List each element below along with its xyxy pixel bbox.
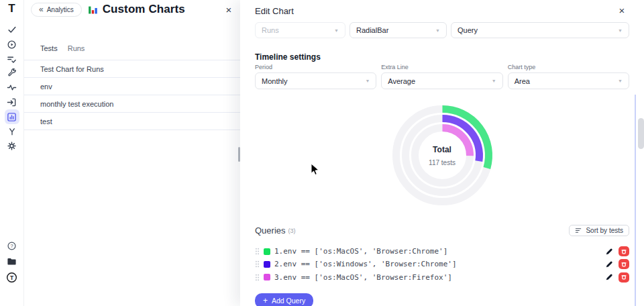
activity-icon[interactable] [5, 80, 19, 95]
chevron-down-icon: ▼ [612, 28, 623, 33]
run-circle-icon[interactable] [5, 37, 19, 52]
queries-heading: Queries [255, 225, 286, 236]
import-box-icon[interactable] [5, 95, 19, 109]
app-window: T ? [0, 0, 644, 306]
chevron-down-icon: ▼ [329, 28, 339, 33]
drag-handle-icon[interactable] [255, 260, 260, 268]
query-expression: 1.env == ['os:MacOS', 'Browser:Chrome'] [274, 247, 447, 256]
charts-panel-header: « Analytics Custom Charts × [24, 0, 240, 19]
panel-title: Custom Charts [87, 3, 185, 16]
chart-config-selects: Runs ▼ RadialBar ▼ Query ▼ [255, 22, 629, 38]
edit-query-icon[interactable] [604, 247, 614, 256]
icon-sidebar: T ? [0, 0, 24, 306]
timeline-settings-row: Period Monthly ▼ Extra Line Average ▼ Ch… [255, 64, 629, 89]
scrollbar-track[interactable] [635, 95, 636, 306]
panel-close-icon[interactable]: × [223, 3, 235, 15]
edit-chart-close-icon[interactable]: × [616, 4, 628, 16]
edit-chart-panel: Edit Chart × Runs ▼ RadialBar ▼ Query ▼ … [240, 0, 644, 306]
analytics-chart-icon[interactable] [5, 109, 19, 124]
tab-tests[interactable]: Tests [40, 44, 58, 52]
svg-text:?: ? [10, 243, 13, 249]
back-to-analytics-button[interactable]: « Analytics [31, 3, 82, 17]
back-chevron-icon: « [39, 5, 44, 13]
query-color-swatch [264, 248, 270, 255]
query-color-swatch [264, 261, 270, 268]
trash-icon [621, 261, 627, 268]
profile-avatar[interactable]: T [5, 270, 19, 285]
tab-runs[interactable]: Runs [68, 44, 85, 52]
extra-line-label: Extra Line [381, 64, 502, 70]
query-expression: 3.env == ['os:MacOS', 'Browser:Firefox'] [274, 273, 452, 282]
edit-chart-title: Edit Chart [255, 6, 294, 16]
trash-icon [621, 274, 627, 280]
help-icon[interactable]: ? [5, 238, 19, 253]
chart-list-item[interactable]: test [24, 113, 240, 130]
chevron-down-icon: ▼ [486, 79, 496, 83]
radial-chart-svg [384, 97, 501, 214]
queries-count: (3) [288, 227, 296, 234]
chart-type-field: Chart type Area ▼ [508, 64, 629, 89]
delete-query-button[interactable] [619, 272, 629, 283]
scrollbar-thumb[interactable] [638, 118, 644, 149]
page-title: Custom Charts [103, 3, 185, 16]
period-label: Period [255, 64, 376, 70]
extra-line-field: Extra Line Average ▼ [381, 64, 502, 89]
add-query-button[interactable]: + Add Query [255, 293, 313, 306]
timeline-chart-type-select[interactable]: Area ▼ [508, 72, 629, 89]
source-select[interactable]: Runs ▼ [255, 22, 345, 38]
period-field: Period Monthly ▼ [255, 64, 376, 89]
svg-text:T: T [10, 274, 14, 280]
extra-line-select[interactable]: Average ▼ [381, 72, 502, 89]
projects-folder-icon[interactable] [5, 254, 19, 268]
query-color-swatch [264, 274, 270, 280]
bar-chart-icon [87, 4, 99, 15]
tools-wrench-icon[interactable] [5, 66, 19, 81]
edit-query-icon[interactable] [604, 272, 614, 282]
radial-bar-chart: Total 117 tests [384, 97, 501, 214]
panel-resize-handle[interactable] [238, 147, 240, 162]
chart-type-select[interactable]: RadialBar ▼ [350, 22, 447, 38]
query-expression: 2.env == ['os:Windows', 'Browser:Chrome'… [274, 260, 457, 268]
chevron-down-icon: ▼ [360, 79, 370, 83]
query-row: 2.env == ['os:Windows', 'Browser:Chrome'… [255, 258, 629, 270]
edit-query-icon[interactable] [604, 260, 614, 269]
chart-list-item[interactable]: Test Chart for Runs [24, 60, 240, 78]
back-label: Analytics [47, 6, 74, 13]
check-icon[interactable] [5, 22, 19, 37]
chart-list-item[interactable]: monthly test execution [24, 95, 240, 113]
chevron-down-icon: ▼ [612, 79, 623, 83]
delete-query-button[interactable] [619, 259, 629, 269]
queries-header: Queries (3) Sort by tests [255, 225, 629, 236]
query-rows: 1.env == ['os:MacOS', 'Browser:Chrome'] … [255, 245, 629, 284]
charts-list-panel: « Analytics Custom Charts × Tests Runs T… [24, 0, 240, 306]
list-tabs: Tests Runs [24, 44, 240, 52]
query-row: 3.env == ['os:MacOS', 'Browser:Firefox'] [255, 271, 629, 284]
period-select[interactable]: Monthly ▼ [255, 72, 376, 89]
trash-icon [621, 248, 627, 255]
drag-handle-icon[interactable] [255, 274, 260, 281]
radial-chart-area: Total 117 tests [255, 94, 629, 217]
chart-list-item[interactable]: env [24, 78, 240, 95]
chevron-down-icon: ▼ [430, 28, 440, 33]
settings-gear-icon[interactable] [5, 138, 19, 153]
query-row: 1.env == ['os:MacOS', 'Browser:Chrome'] [255, 245, 629, 258]
drag-handle-icon[interactable] [255, 248, 260, 255]
mode-select[interactable]: Query ▼ [451, 22, 629, 38]
chart-list: Test Chart for Runs env monthly test exe… [24, 60, 240, 130]
test-list-icon[interactable] [5, 52, 19, 66]
sort-icon [575, 227, 582, 234]
branch-icon[interactable] [5, 124, 19, 139]
sort-by-tests-button[interactable]: Sort by tests [569, 225, 629, 236]
delete-query-button[interactable] [619, 246, 629, 256]
plus-icon: + [263, 297, 268, 305]
app-logo[interactable]: T [5, 1, 19, 16]
timeline-settings-heading: Timeline settings [255, 52, 629, 62]
edit-chart-header: Edit Chart × [255, 0, 629, 18]
chart-type-label: Chart type [508, 64, 629, 70]
